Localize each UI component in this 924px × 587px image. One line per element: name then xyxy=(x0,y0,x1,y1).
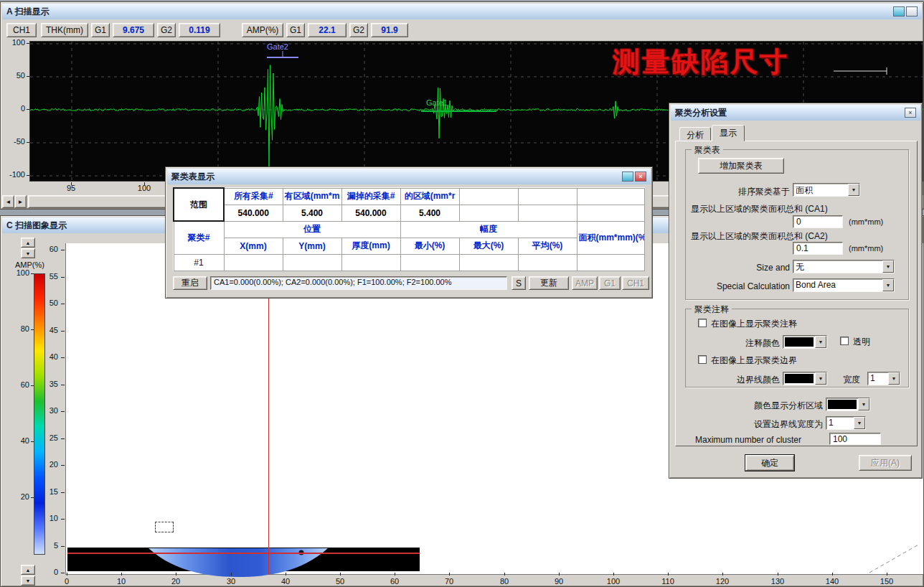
col-header: 漏掉的采集# xyxy=(341,188,400,205)
ca2-input[interactable]: 0.1 xyxy=(793,242,843,255)
sort-by-value: 面积 xyxy=(793,184,848,196)
ascan-titlebar-button[interactable] xyxy=(893,6,905,17)
close-button[interactable]: × xyxy=(635,172,646,182)
cscan-y-tick: 40 xyxy=(38,352,58,361)
tab-analysis[interactable]: 分析 xyxy=(679,127,711,141)
cscan-y-tick: 5 xyxy=(38,541,58,550)
thk-g1-value[interactable]: 9.675 xyxy=(113,23,154,37)
cscan-x-tick: 80 xyxy=(492,577,517,586)
empty-cell xyxy=(518,188,577,205)
colorbar-scroll-down-button[interactable]: ▼ xyxy=(21,248,35,258)
ok-button[interactable]: 确定 xyxy=(745,455,794,471)
settings-dialog-title: 聚类分析设置 xyxy=(675,107,727,119)
table-row: 540.000 5.400 540.000 5.400 xyxy=(174,205,644,221)
tick-mark xyxy=(61,438,65,439)
special-calculation-dropdown[interactable]: Bond Area ▼ xyxy=(793,278,895,292)
close-button[interactable]: × xyxy=(905,108,916,118)
ca1-input[interactable]: 0 xyxy=(793,215,843,228)
selection-marquee[interactable] xyxy=(155,522,174,532)
cscan-y-tick: 55 xyxy=(38,272,58,281)
apply-button[interactable]: 应用(A) xyxy=(859,455,912,471)
add-cluster-table-button[interactable]: 增加聚类表 xyxy=(698,158,784,174)
colorbar-tick: 40 xyxy=(9,436,29,445)
annotation-color-dropdown[interactable]: ▼ xyxy=(783,335,827,349)
boundary-color-dropdown[interactable]: ▼ xyxy=(783,372,827,385)
ascan-window-title: A 扫描显示 xyxy=(6,6,50,18)
s-button[interactable]: S xyxy=(512,276,526,290)
amp-g2-label[interactable]: G2 xyxy=(349,23,368,37)
range-header-cell: 范围 xyxy=(174,188,224,221)
value-cell: 5.400 xyxy=(283,205,341,221)
tick-mark xyxy=(144,182,145,185)
dropdown-arrow-icon: ▼ xyxy=(882,279,894,291)
ascan-titlebar[interactable]: A 扫描显示 xyxy=(2,4,922,19)
colorbar-scroll-up-button-2[interactable]: ▲ xyxy=(21,565,35,575)
thk-g1-label[interactable]: G1 xyxy=(91,23,110,37)
tick-mark xyxy=(887,573,887,576)
settings-titlebar[interactable]: 聚类分析设置 × xyxy=(671,105,920,121)
row-label-cell: #1 xyxy=(174,254,224,271)
minimize-button[interactable] xyxy=(622,172,633,182)
update-button[interactable]: 更新 xyxy=(529,276,569,290)
tick-mark xyxy=(395,573,395,576)
tab-display[interactable]: 显示 xyxy=(712,125,745,141)
tick-mark xyxy=(61,411,65,412)
ca2-unit: (mm*mm) xyxy=(849,244,883,253)
close-icon: × xyxy=(638,174,642,180)
empty-cell xyxy=(459,254,518,271)
boundary-color-swatch xyxy=(785,374,814,383)
amp-label-button[interactable]: AMP(%) xyxy=(242,23,283,37)
cluster-settings-dialog: 聚类分析设置 × 分析 显示 聚类表 增加聚类表 排序聚类基于 面积 ▼ 显示以… xyxy=(669,103,923,479)
dropdown-arrow-icon: ▼ xyxy=(815,372,826,385)
defect-measurement-overlay: 测量缺陷尺寸 xyxy=(613,44,789,80)
tick-mark xyxy=(31,385,34,386)
thk-label-button[interactable]: THK(mm) xyxy=(41,23,88,37)
cscan-y-tick: 10 xyxy=(38,514,58,522)
thk-g2-label[interactable]: G2 xyxy=(157,23,176,37)
channel-button[interactable]: CH1 xyxy=(6,23,37,37)
colorbar-scroll-up-button[interactable]: ▲ xyxy=(21,238,35,248)
amp-g1-value[interactable]: 22.1 xyxy=(308,23,346,37)
special-calculation-label: Special Calculation xyxy=(684,281,790,291)
amp-toggle-button[interactable]: AMP xyxy=(572,276,598,290)
gate1-label[interactable]: Gate1 xyxy=(426,98,448,107)
cluster-dialog-title: 聚类表显示 xyxy=(171,171,214,183)
scroll-left-button[interactable]: ◄ xyxy=(2,195,14,208)
empty-cell xyxy=(577,254,644,271)
gate2-label[interactable]: Gate2 xyxy=(267,42,288,51)
ascan-y-tick: -100 xyxy=(2,170,25,179)
transparent-checkbox[interactable] xyxy=(840,337,849,345)
empty-cell xyxy=(518,205,577,221)
empty-cell xyxy=(577,188,644,205)
cscan-y-tick: 35 xyxy=(38,380,58,388)
line-width-dropdown[interactable]: 1 ▼ xyxy=(826,416,866,430)
scroll-right-button[interactable]: ► xyxy=(14,195,27,208)
desktop: A 扫描显示 CH1 THK(mm) G1 9.675 G2 0.119 AMP… xyxy=(0,0,924,587)
colorbar-scroll-down-button-2[interactable]: ▼ xyxy=(21,576,35,586)
cscan-y-tick: 50 xyxy=(38,299,58,307)
cluster-titlebar[interactable]: 聚类表显示 × xyxy=(167,169,651,184)
ascan-titlebar-button-2[interactable] xyxy=(906,6,918,17)
ca1-label: 显示以上区域的聚类面积总和 (CA1) xyxy=(691,203,828,215)
show-annotation-checkbox[interactable] xyxy=(698,319,707,327)
cscan-x-tick: 90 xyxy=(547,577,571,586)
tick-mark xyxy=(27,142,29,143)
size-dropdown[interactable]: 无 ▼ xyxy=(793,260,895,273)
status-text: CA1=0.000(0.00%); CA2=0.000(0.00%); F1=1… xyxy=(214,278,451,286)
up-arrow-icon: ▲ xyxy=(26,568,31,573)
amp-g1-label[interactable]: G1 xyxy=(286,23,305,37)
tick-mark xyxy=(504,573,505,576)
max-cluster-input[interactable]: 100 xyxy=(829,433,881,445)
ch1-toggle-button[interactable]: CH1 xyxy=(622,276,649,290)
restart-button[interactable]: 重启 xyxy=(173,276,207,290)
analysis-area-color-dropdown[interactable]: ▼ xyxy=(826,398,870,411)
thk-g2-value[interactable]: 0.119 xyxy=(179,23,220,37)
cscan-y-tick: 0 xyxy=(38,568,58,576)
g1-toggle-button[interactable]: G1 xyxy=(599,276,621,290)
amp-g2-value[interactable]: 91.9 xyxy=(371,23,408,37)
ascan-toolbar: CH1 THK(mm) G1 9.675 G2 0.119 AMP(%) G1 … xyxy=(2,21,922,39)
show-boundary-checkbox[interactable] xyxy=(698,355,707,364)
sort-by-dropdown[interactable]: 面积 ▼ xyxy=(793,183,860,197)
boundary-width-dropdown[interactable]: 1 ▼ xyxy=(867,372,900,385)
left-arrow-icon: ◄ xyxy=(6,199,11,205)
